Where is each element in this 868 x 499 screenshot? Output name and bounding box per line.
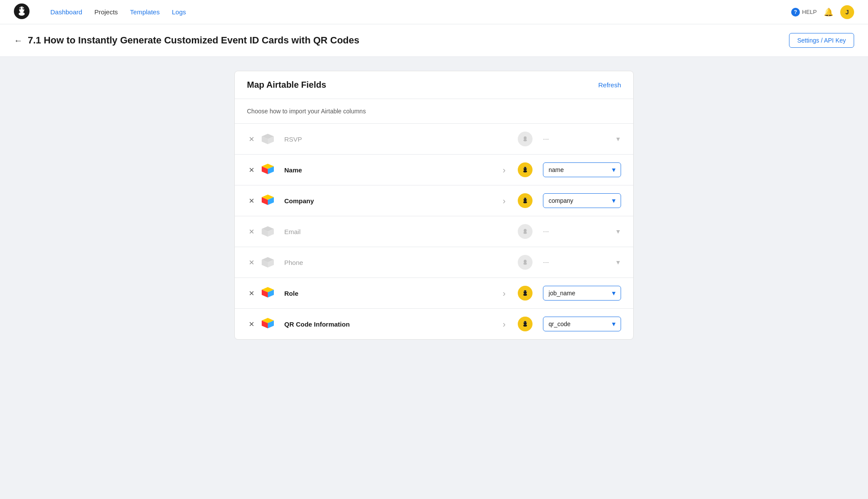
subtitle-text: Choose how to import your Airtable colum… (247, 108, 366, 115)
back-title-group: ← 7.1 How to Instantly Generate Customiz… (14, 35, 359, 46)
field-row-qr-code-info: ✕ QR Code Information › nam (235, 309, 633, 339)
help-icon: ? (791, 8, 800, 17)
svg-point-42 (523, 290, 526, 294)
svg-point-25 (523, 201, 527, 203)
nav-logs[interactable]: Logs (172, 8, 186, 16)
arrow-qr-code: › (503, 319, 506, 329)
field-label-role: Role (284, 290, 385, 297)
svg-point-37 (523, 263, 527, 264)
svg-point-24 (523, 198, 526, 202)
help-label: HELP (802, 9, 817, 15)
field-label-company: Company (284, 197, 385, 205)
field-row-email: ✕ Email --- ▼ (235, 216, 633, 247)
inactive-dash: --- (543, 135, 549, 142)
back-button[interactable]: ← (14, 36, 23, 46)
airtable-icon-email (261, 225, 275, 238)
airtable-icon-rsvp (261, 132, 275, 146)
svg-point-32 (523, 232, 527, 234)
field-select-qr-code[interactable]: name company email phone job_name qr_cod… (543, 317, 621, 331)
svg-point-43 (523, 294, 527, 296)
airtable-icon-phone (261, 255, 275, 269)
select-wrapper-qr-code[interactable]: name company email phone job_name qr_cod… (543, 317, 621, 331)
remove-rsvp-button[interactable]: ✕ (247, 135, 256, 143)
badger-icon-name (518, 162, 533, 177)
badger-icon-company (518, 193, 533, 208)
nav-dashboard[interactable]: Dashboard (50, 8, 82, 16)
remove-role-button[interactable]: ✕ (247, 289, 256, 297)
badger-icon-qr-code (518, 317, 533, 331)
remove-company-button[interactable]: ✕ (247, 197, 256, 205)
remove-email-button[interactable]: ✕ (247, 228, 256, 236)
settings-api-key-button[interactable]: Settings / API Key (789, 33, 854, 48)
field-select-name[interactable]: name company email phone job_name qr_cod… (543, 162, 621, 177)
field-row-role: ✕ Role › name com (235, 278, 633, 309)
airtable-icon-company (261, 194, 275, 208)
card-subtitle: Choose how to import your Airtable colum… (235, 99, 633, 124)
svg-point-44 (524, 291, 524, 292)
svg-point-5 (20, 7, 20, 8)
select-wrapper-name[interactable]: name company email phone job_name qr_cod… (543, 162, 621, 177)
svg-point-53 (526, 322, 526, 323)
svg-point-50 (523, 321, 526, 325)
svg-point-26 (524, 198, 524, 199)
arrow-name: › (503, 165, 506, 175)
arrow-company: › (503, 196, 506, 206)
field-label-qr-code-info: QR Code Information (284, 321, 385, 328)
nav-projects[interactable]: Projects (94, 8, 118, 16)
svg-point-52 (524, 322, 524, 323)
map-airtable-fields-card: Map Airtable Fields Refresh Choose how t… (234, 71, 634, 340)
help-button[interactable]: ? HELP (791, 8, 817, 17)
arrow-role: › (503, 288, 506, 298)
field-select-rsvp-inactive: --- ▼ (543, 135, 621, 142)
remove-phone-button[interactable]: ✕ (247, 258, 256, 267)
svg-point-16 (523, 167, 526, 171)
svg-point-19 (526, 168, 526, 169)
airtable-icon-name (261, 163, 275, 177)
logo (14, 3, 40, 21)
field-select-company[interactable]: name company email phone job_name qr_cod… (543, 193, 621, 208)
remove-name-button[interactable]: ✕ (247, 166, 256, 174)
nav-links: Dashboard Projects Templates Logs (50, 8, 791, 16)
badger-icon-phone (518, 255, 533, 270)
svg-point-6 (23, 7, 24, 8)
navbar: Dashboard Projects Templates Logs ? HELP… (0, 0, 868, 24)
inactive-dash-phone: --- (543, 259, 549, 266)
field-label-name: Name (284, 166, 385, 174)
page-header: ← 7.1 How to Instantly Generate Customiz… (0, 24, 868, 57)
svg-point-31 (524, 229, 527, 232)
avatar[interactable]: J (840, 5, 854, 19)
svg-point-36 (524, 260, 527, 263)
field-row-rsvp: ✕ RSVP --- ▼ (235, 124, 633, 155)
svg-point-51 (523, 324, 527, 327)
remove-qr-code-button[interactable]: ✕ (247, 320, 256, 328)
field-label-rsvp: RSVP (284, 135, 396, 143)
nav-right: ? HELP 🔔 J (791, 5, 854, 19)
svg-point-17 (523, 170, 527, 172)
svg-point-18 (524, 168, 524, 169)
svg-point-45 (526, 291, 526, 292)
main-content: Map Airtable Fields Refresh Choose how t… (0, 57, 868, 354)
refresh-button[interactable]: Refresh (598, 81, 621, 89)
svg-point-4 (19, 12, 25, 16)
field-select-phone-inactive: --- ▼ (543, 259, 621, 266)
notifications-bell[interactable]: 🔔 (824, 7, 833, 17)
airtable-icon-role (261, 286, 275, 300)
badger-icon-rsvp (518, 132, 533, 146)
field-label-email: Email (284, 228, 396, 235)
select-wrapper-role[interactable]: name company email phone job_name qr_cod… (543, 286, 621, 301)
field-label-phone: Phone (284, 259, 396, 266)
nav-templates[interactable]: Templates (130, 8, 160, 16)
badger-icon-email (518, 224, 533, 239)
airtable-icon-qr-code (261, 317, 275, 331)
page-title: 7.1 How to Instantly Generate Customized… (28, 35, 359, 46)
badger-icon-role (518, 286, 533, 301)
field-select-role[interactable]: name company email phone job_name qr_cod… (543, 286, 621, 301)
inactive-dash-email: --- (543, 228, 549, 235)
card-title: Map Airtable Fields (247, 80, 326, 90)
select-wrapper-company[interactable]: name company email phone job_name qr_cod… (543, 193, 621, 208)
field-row-name: ✕ Name › name (235, 155, 633, 185)
field-row-company: ✕ Company › name (235, 185, 633, 216)
svg-point-10 (524, 136, 527, 140)
field-row-phone: ✕ Phone --- ▼ (235, 247, 633, 278)
svg-point-11 (523, 139, 527, 141)
